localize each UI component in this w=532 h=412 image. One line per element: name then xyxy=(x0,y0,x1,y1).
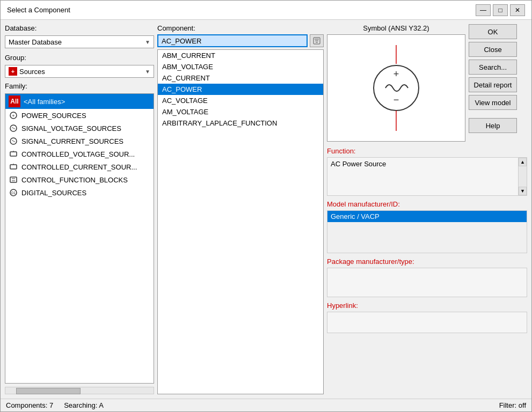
select-component-dialog: Select a Component — □ ✕ Database: Maste… xyxy=(0,0,532,412)
minimize-button[interactable]: — xyxy=(476,4,491,16)
package-label: Package manufacturer/type: xyxy=(327,258,527,266)
symbol-box: + − xyxy=(327,34,465,142)
comp-item-abm-voltage[interactable]: ABM_VOLTAGE xyxy=(158,61,323,72)
family-item-ctrlc[interactable]: CONTROLLED_CURRENT_SOUR... xyxy=(5,160,154,173)
group-arrow-icon: ▼ xyxy=(145,69,150,75)
ok-button[interactable]: OK xyxy=(469,24,517,39)
help-button[interactable]: Help xyxy=(469,118,517,133)
family-item-power[interactable]: + POWER_SOURCES xyxy=(5,109,154,122)
status-searching: Searching: A xyxy=(64,401,104,409)
view-model-button[interactable]: View model xyxy=(469,95,517,110)
family-item-ctrlv-label: CONTROLLED_VOLTAGE_SOUR... xyxy=(21,150,135,158)
family-item-sigc-label: SIGNAL_CURRENT_SOURCES xyxy=(21,137,123,145)
database-dropdown[interactable]: Master Database ▼ xyxy=(5,35,154,48)
controlled-voltage-icon xyxy=(9,149,18,159)
family-item-ctrl[interactable]: CONTROL_FUNCTION_BLOCKS xyxy=(5,173,154,186)
close-dialog-button[interactable]: Close xyxy=(469,42,517,57)
digital-sources-icon: 01 xyxy=(9,188,18,197)
controlled-current-icon xyxy=(9,162,18,172)
hyperlink-value[interactable] xyxy=(327,312,527,333)
left-panel: Database: Master Database ▼ Group: + Sou… xyxy=(5,24,154,394)
svg-rect-4 xyxy=(10,152,17,156)
svg-rect-8 xyxy=(10,177,17,182)
status-filter: Filter: off xyxy=(499,401,526,409)
svg-rect-6 xyxy=(10,165,17,169)
family-item-sigv[interactable]: SIGNAL_VOLTAGE_SOURCES xyxy=(5,122,154,135)
symbol-title: Symbol (ANSI Y32.2) xyxy=(327,24,465,32)
family-item-dig[interactable]: 01 DIGITAL_SOURCES xyxy=(5,186,154,199)
detail-report-button[interactable]: Detail report xyxy=(469,77,517,92)
right-panel: Symbol (ANSI Y32.2) + xyxy=(327,24,527,394)
main-content: Database: Master Database ▼ Group: + Sou… xyxy=(1,20,531,399)
group-dropdown[interactable]: + Sources ▼ xyxy=(5,65,154,78)
family-item-all-label: <All families> xyxy=(24,98,65,106)
top-right-section: Symbol (ANSI Y32.2) + xyxy=(327,24,527,142)
maximize-button[interactable]: □ xyxy=(493,4,508,16)
signal-current-icon xyxy=(9,136,18,146)
family-item-sigc[interactable]: SIGNAL_CURRENT_SOURCES xyxy=(5,135,154,148)
function-label: Function: xyxy=(327,147,527,155)
family-item-power-label: POWER_SOURCES xyxy=(21,112,86,120)
component-header: Component: xyxy=(157,24,324,32)
comp-item-arbitrary[interactable]: ARBITRARY_LAPLACE_FUNCTION xyxy=(158,117,323,129)
database-arrow-icon: ▼ xyxy=(145,39,150,45)
function-value-container: AC Power Source ▲ ▼ xyxy=(327,157,527,196)
family-label: Family: xyxy=(5,82,154,90)
component-list[interactable]: ABM_CURRENT ABM_VOLTAGE AC_CURRENT AC_PO… xyxy=(157,49,324,394)
group-value: Sources xyxy=(19,68,143,76)
package-value xyxy=(327,268,527,297)
family-item-sigv-label: SIGNAL_VOLTAGE_SOURCES xyxy=(21,124,121,133)
search-button[interactable]: Search... xyxy=(469,60,517,75)
group-label: Group: xyxy=(5,54,154,62)
action-buttons: OK Close Search... Detail report View mo… xyxy=(469,24,517,142)
window-title: Select a Component xyxy=(7,6,70,14)
function-value: AC Power Source xyxy=(327,158,518,195)
comp-item-ac-power[interactable]: AC_POWER xyxy=(158,84,323,95)
signal-voltage-icon xyxy=(9,123,18,133)
symbol-svg: + − xyxy=(364,40,428,136)
svg-text:01: 01 xyxy=(11,191,16,195)
group-plus-icon: + xyxy=(9,67,17,76)
family-item-ctrlv[interactable]: CONTROLLED_VOLTAGE_SOUR... xyxy=(5,148,154,160)
model-item-generic[interactable]: Generic / VACP xyxy=(327,211,527,222)
family-item-ctrlc-label: CONTROLLED_CURRENT_SOUR... xyxy=(21,163,137,171)
horizontal-scrollbar[interactable] xyxy=(5,387,154,394)
title-bar: Select a Component — □ ✕ xyxy=(1,1,531,20)
window-controls: — □ ✕ xyxy=(476,4,525,16)
info-section: Function: AC Power Source ▲ ▼ Model manu… xyxy=(327,147,527,333)
comp-item-ac-voltage[interactable]: AC_VOLTAGE xyxy=(158,95,323,106)
comp-item-am-voltage[interactable]: AM_VOLTAGE xyxy=(158,106,323,117)
comp-item-ac-current[interactable]: AC_CURRENT xyxy=(158,72,323,84)
middle-panel: Component: ABM_CURRENT ABM_VOLTAGE AC_CU… xyxy=(157,24,324,394)
family-item-dig-label: DIGITAL_SOURCES xyxy=(21,189,86,197)
component-input-row xyxy=(157,34,324,47)
model-manufacturer-label: Model manufacturer/ID: xyxy=(327,200,527,208)
family-item-ctrl-label: CONTROL_FUNCTION_BLOCKS xyxy=(21,176,128,184)
hyperlink-label: Hyperlink: xyxy=(327,301,527,310)
family-item-all[interactable]: All <All families> xyxy=(5,94,154,109)
control-function-icon xyxy=(9,175,18,185)
model-list[interactable]: Generic / VACP xyxy=(327,210,527,253)
component-filter-button[interactable] xyxy=(310,34,324,47)
scroll-down-arrow[interactable]: ▼ xyxy=(519,187,527,195)
scroll-thumb[interactable] xyxy=(16,388,81,394)
scroll-up-arrow[interactable]: ▲ xyxy=(519,158,527,166)
svg-text:−: − xyxy=(393,94,399,105)
status-components: Components: 7 xyxy=(6,401,53,409)
status-bar: Components: 7 Searching: A Filter: off xyxy=(1,399,531,411)
close-button[interactable]: ✕ xyxy=(510,4,525,16)
component-label: Component: xyxy=(157,24,195,32)
comp-item-abm-current[interactable]: ABM_CURRENT xyxy=(158,50,323,61)
svg-text:+: + xyxy=(393,69,399,79)
symbol-area: Symbol (ANSI Y32.2) + xyxy=(327,24,465,142)
svg-text:+: + xyxy=(12,113,14,119)
scroll-track xyxy=(519,166,527,187)
all-button[interactable]: All xyxy=(9,95,20,107)
database-value: Master Database xyxy=(9,38,62,46)
function-scrollbar[interactable]: ▲ ▼ xyxy=(518,158,527,195)
power-sources-icon: + xyxy=(9,111,18,120)
component-search-input[interactable] xyxy=(157,34,308,47)
family-list[interactable]: All <All families> + POWER_SOURCES xyxy=(5,93,154,384)
database-label: Database: xyxy=(5,24,154,32)
filter-icon xyxy=(313,37,320,45)
